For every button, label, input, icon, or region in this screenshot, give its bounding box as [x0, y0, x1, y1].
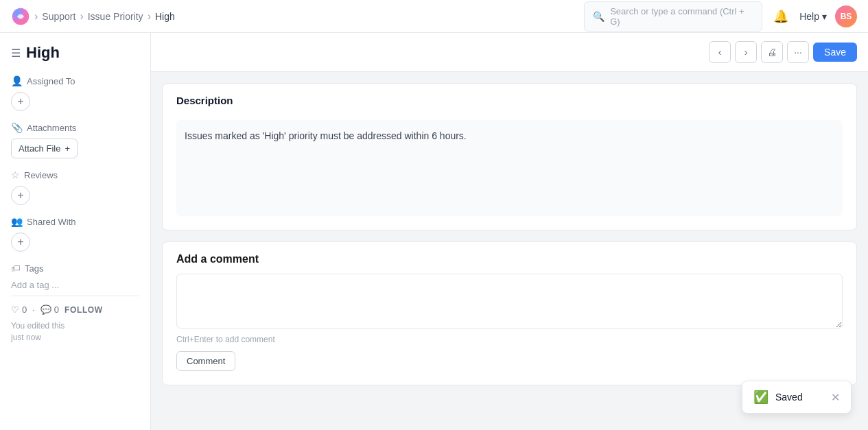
shared-with-header: 👥 Shared With	[11, 216, 139, 227]
description-title: Description	[163, 84, 856, 117]
tags-label: Tags	[25, 263, 43, 274]
comments-count[interactable]: 💬 0	[40, 304, 59, 315]
likes-count[interactable]: ♡ 0	[11, 304, 27, 315]
breadcrumb-support[interactable]: Support	[42, 11, 75, 22]
reactions-row: ♡ 0 · 💬 0 FOLLOW	[11, 304, 139, 315]
comment-hint: Ctrl+Enter to add comment	[176, 335, 843, 344]
follow-button[interactable]: FOLLOW	[64, 305, 103, 315]
sidebar-bottom: ♡ 0 · 💬 0 FOLLOW You edited this just no…	[11, 296, 139, 344]
search-box[interactable]: 🔍 Search or type a command (Ctrl + G)	[584, 1, 762, 32]
person-icon: 👤	[11, 75, 23, 86]
saved-check-icon: ✅	[753, 390, 769, 405]
prev-button[interactable]: ‹	[709, 41, 731, 63]
breadcrumb-sep-3: ›	[148, 10, 151, 23]
dot-separator: ·	[32, 304, 35, 315]
assigned-to-header: 👤 Assigned To	[11, 75, 139, 86]
avatar[interactable]: BS	[835, 5, 857, 27]
bubble-icon: 💬	[40, 304, 51, 315]
saved-text: Saved	[775, 392, 803, 403]
print-button[interactable]: 🖨	[761, 41, 783, 63]
sidebar: ☰ High 👤 Assigned To + 📎 Attachments Att…	[0, 33, 151, 430]
assigned-to-label: Assigned To	[27, 76, 75, 86]
edited-line2: just now	[11, 332, 139, 344]
attachments-header: 📎 Attachments	[11, 122, 139, 133]
chevron-down-icon: ▾	[822, 11, 827, 22]
description-content: Issues marked as 'High' priority must be…	[176, 120, 843, 216]
page-title: High	[26, 44, 60, 62]
toolbar-buttons: ‹ › 🖨 ··· Save	[709, 41, 857, 63]
tags-header: 🏷 Tags	[11, 263, 139, 274]
save-button[interactable]: Save	[813, 43, 857, 62]
more-button[interactable]: ···	[787, 41, 809, 63]
likes-number: 0	[22, 304, 27, 315]
description-card: Description Issues marked as 'High' prio…	[162, 83, 857, 230]
breadcrumb: › Support › Issue Priority › High	[11, 7, 175, 26]
toast-close-button[interactable]: ✕	[831, 391, 840, 404]
edited-text: You edited this just now	[11, 320, 139, 344]
notifications-button[interactable]: 🔔	[771, 6, 791, 27]
page-title-row: ☰ High	[11, 44, 139, 62]
next-button[interactable]: ›	[735, 41, 757, 63]
help-label: Help	[799, 11, 819, 22]
menu-icon[interactable]: ☰	[11, 47, 21, 60]
add-assigned-button[interactable]: +	[11, 92, 30, 111]
reviews-header: ☆ Reviews	[11, 169, 139, 180]
comment-input[interactable]	[176, 274, 843, 329]
heart-icon: ♡	[11, 304, 19, 315]
attach-file-button[interactable]: Attach File +	[11, 139, 78, 158]
paperclip-icon: 📎	[11, 122, 23, 133]
help-button[interactable]: Help ▾	[799, 11, 827, 22]
main-layout: ☰ High 👤 Assigned To + 📎 Attachments Att…	[0, 33, 868, 430]
content-top-bar: ‹ › 🖨 ··· Save	[151, 33, 868, 72]
tag-icon: 🏷	[11, 263, 21, 274]
comment-button[interactable]: Comment	[176, 351, 235, 371]
attach-file-label: Attach File	[19, 143, 60, 154]
add-review-button[interactable]: +	[11, 186, 30, 205]
breadcrumb-sep-1: ›	[34, 10, 38, 23]
star-icon: ☆	[11, 169, 20, 180]
shared-with-label: Shared With	[27, 217, 76, 227]
comment-card: Add a comment Ctrl+Enter to add comment …	[162, 241, 857, 385]
top-nav: › Support › Issue Priority › High 🔍 Sear…	[0, 0, 868, 33]
group-icon: 👥	[11, 216, 23, 227]
reviews-label: Reviews	[24, 170, 58, 180]
comment-section: Add a comment Ctrl+Enter to add comment …	[163, 242, 856, 385]
breadcrumb-issue-priority[interactable]: Issue Priority	[88, 11, 143, 22]
comments-number: 0	[54, 304, 59, 315]
comment-title: Add a comment	[176, 242, 843, 265]
breadcrumb-current: High	[155, 11, 175, 22]
breadcrumb-sep-2: ›	[80, 10, 83, 23]
search-placeholder: Search or type a command (Ctrl + G)	[610, 6, 753, 27]
search-icon: 🔍	[593, 11, 605, 22]
nav-right: 🔍 Search or type a command (Ctrl + G) 🔔 …	[584, 1, 857, 32]
app-logo[interactable]	[11, 7, 30, 26]
add-tag-placeholder[interactable]: Add a tag ...	[11, 280, 59, 290]
content-area: ‹ › 🖨 ··· Save Description Issues marked…	[151, 33, 868, 430]
attachments-label: Attachments	[27, 123, 76, 133]
description-body: Issues marked as 'High' priority must be…	[163, 117, 856, 230]
edited-line1: You edited this	[11, 320, 139, 332]
saved-toast: ✅ Saved ✕	[742, 381, 852, 414]
plus-icon: +	[64, 143, 70, 154]
add-shared-button[interactable]: +	[11, 232, 30, 252]
